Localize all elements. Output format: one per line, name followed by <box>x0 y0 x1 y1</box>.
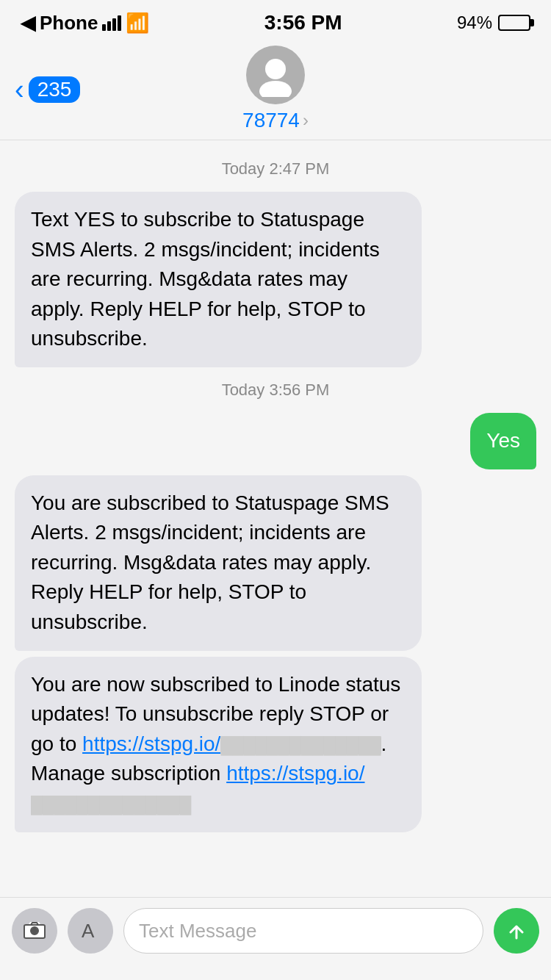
svg-text:A: A <box>82 920 95 942</box>
bubble-2: Yes <box>470 413 536 469</box>
status-time: 3:56 PM <box>264 11 342 35</box>
carrier-name: Phone <box>40 12 98 35</box>
bubble-1: Text YES to subscribe to Statuspage SMS … <box>15 192 422 367</box>
back-arrow-icon: ◀ <box>21 12 35 35</box>
message-row-4: You are now subscribed to Linode status … <box>15 657 536 832</box>
carrier-info: ◀ Phone 📶 <box>21 12 149 35</box>
send-arrow-icon <box>505 919 528 943</box>
message-row-1: Text YES to subscribe to Statuspage SMS … <box>15 192 536 367</box>
contact-number: 78774 <box>242 109 300 132</box>
messages-area: Today 2:47 PM Text YES to subscribe to S… <box>0 140 551 897</box>
back-chevron-icon: ‹ <box>15 76 24 104</box>
send-button[interactable] <box>494 908 539 954</box>
camera-icon <box>22 918 47 943</box>
text-input-placeholder: Text Message <box>139 920 256 943</box>
person-icon <box>253 53 298 97</box>
bubble-4: You are now subscribed to Linode status … <box>15 657 422 832</box>
input-bar: A Text Message <box>0 897 551 980</box>
contact-avatar[interactable] <box>246 46 305 104</box>
contact-detail-chevron-icon: › <box>303 110 309 131</box>
camera-button[interactable] <box>12 908 57 954</box>
app-store-button[interactable]: A <box>68 908 113 954</box>
svg-point-1 <box>259 81 292 97</box>
msg4-link1[interactable]: https://stspg.io/██████████████ <box>82 732 381 755</box>
wifi-icon: 📶 <box>126 12 149 35</box>
text-input[interactable]: Text Message <box>123 908 483 954</box>
battery-percentage: 94% <box>457 12 492 33</box>
back-button[interactable]: ‹ 235 <box>15 76 80 104</box>
timestamp-2: Today 3:56 PM <box>15 381 536 400</box>
status-bar: ◀ Phone 📶 3:56 PM 94% <box>0 0 551 40</box>
timestamp-1: Today 2:47 PM <box>15 159 536 179</box>
message-row-3: You are subscribed to Statuspage SMS Ale… <box>15 475 536 651</box>
contact-name-row[interactable]: 78774 › <box>242 109 309 132</box>
signal-icon <box>102 15 121 31</box>
nav-bar: ‹ 235 78774 › <box>0 40 551 140</box>
svg-point-0 <box>265 59 286 79</box>
back-badge-count: 235 <box>29 76 81 103</box>
message-row-2: Yes <box>15 413 536 469</box>
appstore-icon: A <box>78 918 103 943</box>
bubble-3: You are subscribed to Statuspage SMS Ale… <box>15 475 422 651</box>
battery-icon <box>498 15 530 31</box>
battery-info: 94% <box>457 12 530 33</box>
